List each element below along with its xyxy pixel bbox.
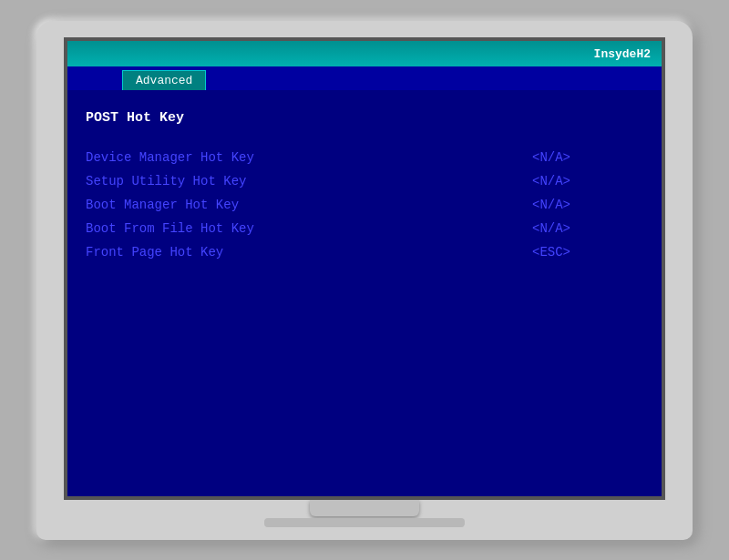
table-row: Setup Utility Hot Key<N/A> <box>86 169 643 193</box>
row-label: Setup Utility Hot Key <box>86 174 246 188</box>
row-label: Boot Manager Hot Key <box>86 198 239 212</box>
bios-content: POST Hot Key Device Manager Hot Key<N/A>… <box>67 90 662 273</box>
table-row: Front Page Hot Key<ESC> <box>86 240 643 264</box>
row-value: <N/A> <box>532 221 643 236</box>
row-value: <ESC> <box>532 245 643 260</box>
row-value: <N/A> <box>532 150 643 165</box>
bios-tabbar: Advanced <box>67 66 662 90</box>
bios-header: InsydeH2 <box>67 41 662 66</box>
monitor-stand <box>310 500 419 516</box>
table-row: Boot Manager Hot Key<N/A> <box>86 193 643 217</box>
row-label: Device Manager Hot Key <box>86 150 254 165</box>
row-value: <N/A> <box>532 198 643 212</box>
row-value: <N/A> <box>532 174 643 188</box>
monitor: NEC InsydeH2 Advanced POST Hot Key Devic… <box>36 21 693 540</box>
monitor-base <box>264 518 465 527</box>
table-row: Boot From File Hot Key<N/A> <box>86 217 643 240</box>
row-label: Boot From File Hot Key <box>86 221 254 236</box>
table-row: Device Manager Hot Key<N/A> <box>86 146 643 169</box>
row-label: Front Page Hot Key <box>86 245 223 260</box>
bios-brand: InsydeH2 <box>594 46 651 60</box>
tab-advanced[interactable]: Advanced <box>122 70 206 90</box>
bios-screen: InsydeH2 Advanced POST Hot Key Device Ma… <box>64 37 665 500</box>
section-title: POST Hot Key <box>86 110 643 126</box>
bios-rows: Device Manager Hot Key<N/A>Setup Utility… <box>86 146 643 264</box>
